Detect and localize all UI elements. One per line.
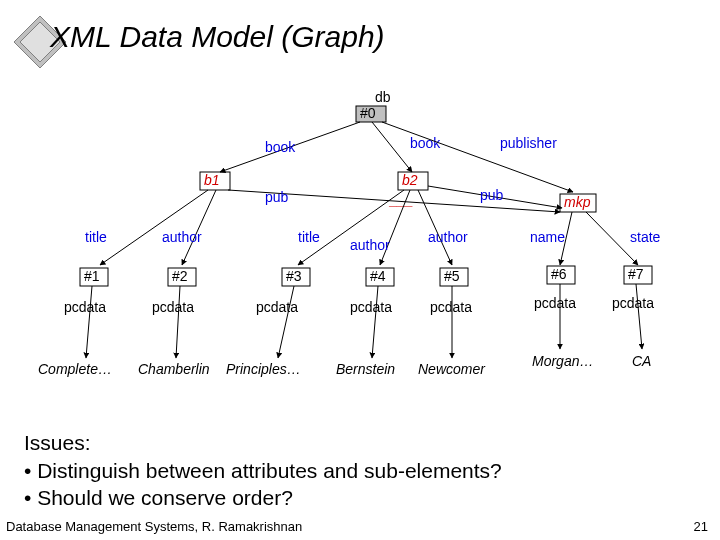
- edge-label-pub-b2: pub: [480, 187, 504, 203]
- label-n4: #4: [370, 268, 386, 284]
- label-pcdata-7: pcdata: [612, 295, 654, 311]
- label-n5: #5: [444, 268, 460, 284]
- label-pcdata-3: pcdata: [256, 299, 298, 315]
- edge-label-author2a: author: [350, 237, 390, 253]
- label-n7: #7: [628, 266, 644, 282]
- xml-tree-diagram: db #0 book book publisher b1 b2 ___ pub …: [20, 90, 700, 420]
- label-mkp: mkp: [564, 194, 591, 210]
- label-n1: #1: [84, 268, 100, 284]
- issues-heading: Issues:: [24, 430, 502, 456]
- page-title: XML Data Model (Graph): [50, 20, 385, 54]
- page-number: 21: [694, 519, 708, 534]
- edge-pc-7: [636, 284, 642, 349]
- label-b2: b2: [402, 172, 418, 188]
- issues-b1-text: Distinguish between attributes and sub-e…: [37, 459, 502, 482]
- label-n3: #3: [286, 268, 302, 284]
- edge-b1-author: [182, 190, 216, 265]
- label-n2: #2: [172, 268, 188, 284]
- edge-b2-author2: [418, 190, 452, 265]
- edge-pc-2: [176, 286, 180, 358]
- leaf-ca: CA: [632, 353, 651, 369]
- edge-label-author2b: author: [428, 229, 468, 245]
- edge-label-publisher: publisher: [500, 135, 557, 151]
- edge-label-pub-b1: pub: [265, 189, 289, 205]
- edge-pc-1: [86, 286, 92, 358]
- label-b1: b1: [204, 172, 220, 188]
- edge-label-book1: book: [265, 139, 296, 155]
- label-db: db: [375, 90, 391, 105]
- leaf-newcomer: Newcomer: [418, 361, 486, 377]
- issues-block: Issues: • Distinguish between attributes…: [24, 430, 502, 511]
- edge-label-state: state: [630, 229, 661, 245]
- issues-b2-text: Should we conserve order?: [37, 486, 293, 509]
- issues-bullet-1: • Distinguish between attributes and sub…: [24, 458, 502, 484]
- leaf-principles: Principles…: [226, 361, 301, 377]
- footer-text: Database Management Systems, R. Ramakris…: [6, 519, 302, 534]
- leaf-chamberlin: Chamberlin: [138, 361, 210, 377]
- edge-pc-3: [278, 286, 294, 358]
- edge-b1-title: [100, 190, 208, 265]
- leaf-complete: Complete…: [38, 361, 112, 377]
- label-pcdata-4: pcdata: [350, 299, 392, 315]
- label-pcdata-1: pcdata: [64, 299, 106, 315]
- leaf-morgan: Morgan…: [532, 353, 593, 369]
- label-pcdata-6: pcdata: [534, 295, 576, 311]
- leaf-bernstein: Bernstein: [336, 361, 395, 377]
- edge-pc-4: [372, 286, 378, 358]
- label-root-id: #0: [360, 105, 376, 121]
- label-pcdata-2: pcdata: [152, 299, 194, 315]
- edge-label-author1: author: [162, 229, 202, 245]
- edge-label-title1: title: [85, 229, 107, 245]
- label-b2-underline: ___: [388, 192, 413, 208]
- edge-label-name: name: [530, 229, 565, 245]
- label-pcdata-5: pcdata: [430, 299, 472, 315]
- edge-label-book2: book: [410, 135, 441, 151]
- label-n6: #6: [551, 266, 567, 282]
- edge-b2-title: [298, 190, 404, 265]
- edge-label-title2: title: [298, 229, 320, 245]
- issues-bullet-2: • Should we conserve order?: [24, 485, 502, 511]
- edge-root-b2: [372, 122, 412, 172]
